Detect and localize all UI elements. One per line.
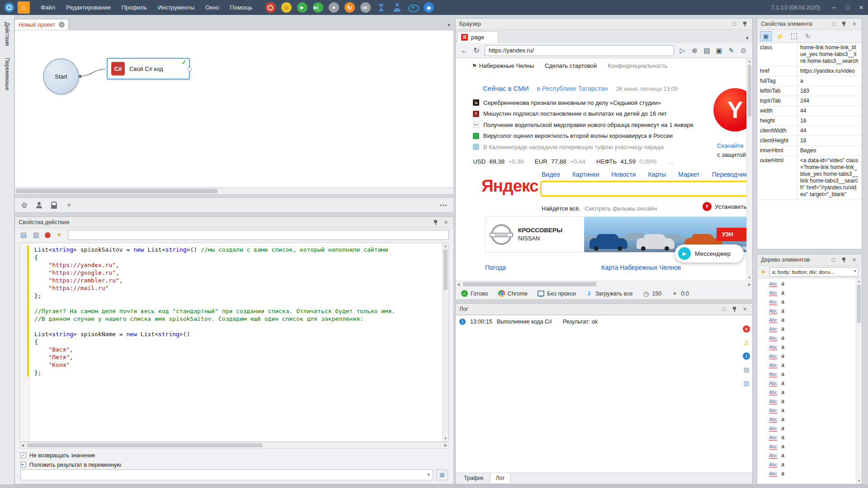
settings-icon[interactable] — [739, 46, 748, 55]
news-item[interactable]: РГПолучение водительской медсправки ново… — [473, 119, 743, 131]
pin-icon[interactable] — [731, 305, 738, 313]
preview-icon[interactable] — [408, 2, 418, 13]
code-line[interactable]: { — [34, 253, 439, 261]
code-line[interactable]: "https://rambler.ru", — [34, 277, 439, 284]
scrollbar-thumb[interactable] — [16, 189, 217, 193]
property-value[interactable]: <a data-id="video" class="home-link home… — [797, 156, 862, 199]
property-value[interactable]: 44 — [797, 106, 862, 116]
home-button[interactable]: ⌂ — [18, 1, 30, 14]
output-port[interactable] — [188, 67, 192, 71]
scrollbar-thumb[interactable] — [857, 285, 861, 323]
banner-button[interactable]: УЗН — [717, 228, 746, 241]
browser-horizontal-scrollbar[interactable]: ◀ ▶ — [456, 281, 752, 287]
code-line[interactable]: "Коля" — [34, 361, 439, 369]
outline-icon[interactable] — [788, 31, 800, 41]
rates-more-icon[interactable]: … — [667, 158, 675, 165]
tab-list-dropdown-icon[interactable]: ▼ — [745, 36, 750, 41]
errors-icon[interactable] — [743, 325, 750, 333]
news-link[interactable]: Серебренникова признали виновным по делу… — [483, 99, 661, 106]
action-search-input[interactable] — [68, 230, 449, 240]
code-vertical-scrollbar[interactable]: ▲ ▼ — [442, 243, 448, 441]
start-node[interactable]: Start — [43, 58, 79, 94]
news-link[interactable]: Получение водительской медсправки нового… — [483, 122, 693, 128]
maximize-icon[interactable] — [720, 305, 728, 313]
property-value[interactable]: 44 — [797, 126, 862, 136]
scroll-right-icon[interactable]: ▶ — [444, 443, 447, 447]
tree-node[interactable]: Abca — [757, 424, 856, 433]
variable-select[interactable] — [20, 469, 433, 480]
pause-icon[interactable] — [360, 2, 371, 13]
tree-node[interactable]: Abca — [757, 343, 856, 352]
record-icon[interactable] — [265, 2, 276, 13]
code-lines[interactable]: List<string> spisokSaitov = new List<str… — [30, 243, 442, 441]
pin-icon[interactable] — [840, 20, 848, 28]
wait-icon[interactable] — [376, 2, 387, 13]
browser-tab-page[interactable]: Я page — [457, 31, 498, 43]
scrollbar-thumb[interactable] — [27, 443, 263, 447]
profile-icon[interactable] — [392, 2, 402, 13]
code-line[interactable]: List<string> spisokSaitov = new List<str… — [34, 246, 439, 253]
panel-icon[interactable] — [760, 31, 772, 41]
record-icon[interactable] — [45, 232, 51, 238]
yandex-search-input[interactable] — [542, 182, 746, 195]
scroll-up-icon[interactable]: ▲ — [857, 279, 861, 283]
restart-icon[interactable] — [344, 2, 355, 13]
events-icon[interactable] — [774, 31, 786, 41]
property-value[interactable]: https://yandex.ru/video — [797, 66, 862, 76]
pick-icon[interactable] — [65, 201, 73, 209]
put-result-row[interactable]: Положить результат в переменную — [15, 460, 453, 469]
tree-node[interactable]: Abca — [757, 379, 856, 388]
rail-tab-Переменные[interactable]: Переменные — [4, 55, 10, 93]
region-link[interactable]: в Республике Татарстан — [537, 85, 608, 92]
info-icon[interactable] — [743, 352, 750, 360]
report-icon[interactable] — [743, 366, 750, 373]
maximize-button[interactable] — [841, 0, 854, 15]
property-value[interactable]: Видео — [797, 146, 862, 155]
run-icon[interactable] — [678, 46, 687, 55]
scroll-left-icon[interactable]: ◀ — [21, 443, 24, 447]
pin-icon[interactable] — [432, 219, 439, 226]
maximize-icon[interactable] — [731, 20, 738, 28]
tree-node[interactable]: Abca — [757, 324, 856, 333]
csharp-action-block[interactable]: C# Свой C# код ✓ — [107, 58, 190, 80]
news-item[interactable]: В Калининграде наградили потерявшую туфл… — [473, 141, 743, 153]
tree-node[interactable]: Abca — [757, 469, 856, 478]
scroll-up-icon[interactable]: ▲ — [444, 244, 448, 248]
tree-node[interactable]: Abca — [757, 397, 856, 406]
tree-node[interactable]: Abca — [757, 361, 856, 370]
news-item[interactable]: Вирусолог оценил вероятность второй волн… — [473, 131, 743, 142]
scroll-down-icon[interactable]: ▼ — [444, 436, 448, 441]
warnings-icon[interactable] — [743, 339, 750, 346]
network-icon[interactable] — [424, 2, 434, 13]
map-link[interactable]: Карта Набережных Челнов — [601, 264, 681, 271]
code-line[interactable]: List<string> spisokName = new List<strin… — [34, 330, 439, 338]
tree-node[interactable]: Abca — [757, 406, 856, 415]
stop-icon[interactable] — [329, 2, 339, 13]
menu-Помощь[interactable]: Помощь — [225, 1, 257, 14]
project-tab[interactable]: Новый проект × — [14, 19, 69, 30]
make-start-link[interactable]: Сделать стартовой — [545, 62, 597, 69]
news-item[interactable]: ЪСеребренникова признали виновным по дел… — [473, 97, 743, 108]
log-tab-Лог[interactable]: Лог — [490, 473, 511, 484]
code-line[interactable]: { — [34, 338, 439, 346]
tree-node[interactable]: Abca — [757, 279, 856, 288]
service-link-Маркет[interactable]: Маркет — [678, 171, 699, 178]
back-icon[interactable]: ← — [460, 47, 468, 55]
location-flag-icon[interactable]: Набережные Челны — [472, 62, 534, 69]
code-line[interactable] — [34, 300, 439, 307]
code-editor[interactable]: List<string> spisokSaitov = new List<str… — [19, 243, 449, 442]
log-tab-Трафик[interactable]: Трафик — [458, 473, 489, 484]
tree-node[interactable]: Abca — [757, 315, 856, 324]
property-value[interactable]: 183 — [797, 86, 862, 96]
property-value[interactable]: 244 — [797, 96, 862, 106]
close-icon[interactable] — [442, 219, 450, 226]
canvas-horizontal-scrollbar[interactable] — [14, 188, 454, 195]
tab-close-icon[interactable]: × — [59, 22, 65, 28]
download-promo[interactable]: Скачайте с защитой — [717, 141, 746, 160]
menu-Редактирование[interactable]: Редактирование — [61, 1, 115, 14]
news-item[interactable]: ТМишустин подписал постановление о выпла… — [473, 108, 743, 120]
property-value[interactable]: a — [797, 76, 862, 86]
code-line[interactable]: }; — [34, 369, 439, 376]
tab-list-dropdown-icon[interactable]: ▼ — [447, 23, 451, 28]
flowchart-canvas[interactable]: Start C# Свой C# код ✓ — [14, 30, 454, 188]
